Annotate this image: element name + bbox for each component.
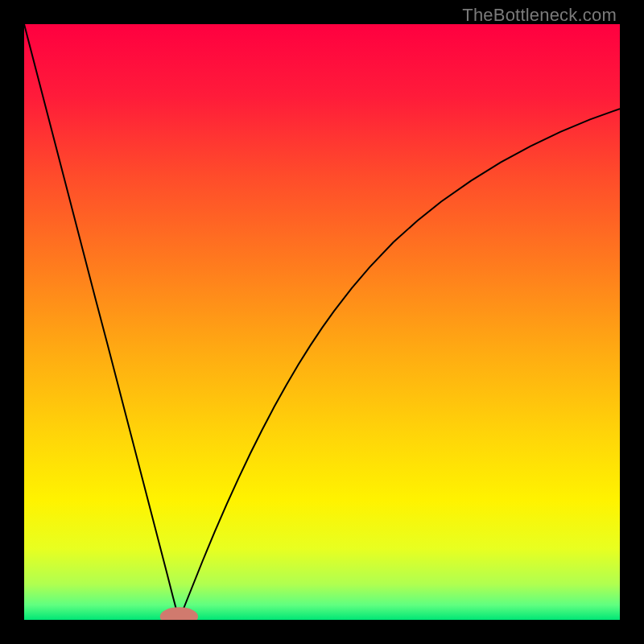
watermark-text: TheBottleneck.com (462, 5, 617, 26)
chart-plot-area (24, 24, 620, 620)
chart-background (24, 24, 620, 620)
chart-frame: TheBottleneck.com (0, 0, 644, 644)
chart-svg (24, 24, 620, 620)
